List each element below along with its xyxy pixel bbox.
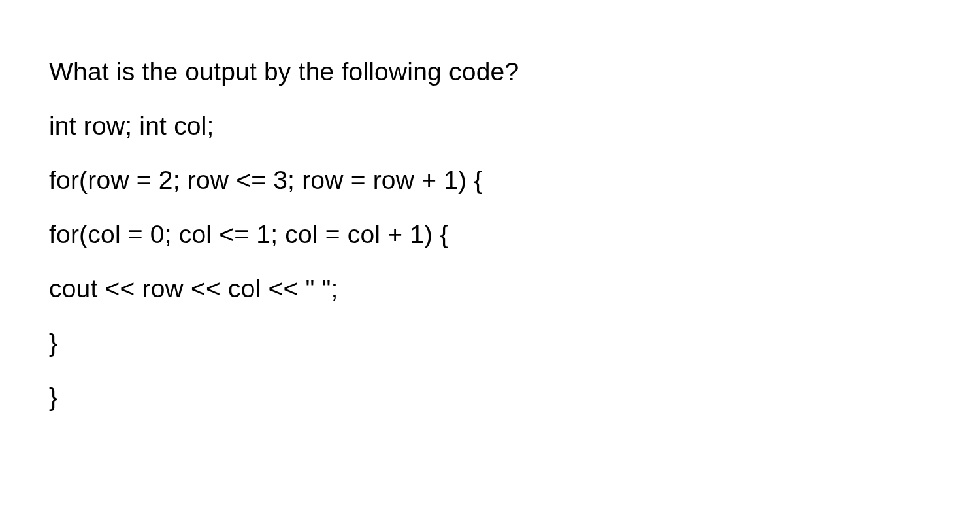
code-line: int row; int col;: [49, 113, 931, 139]
question-line: What is the output by the following code…: [49, 59, 931, 84]
code-line: for(col = 0; col <= 1; col = col + 1) {: [49, 221, 931, 247]
code-question-content: What is the output by the following code…: [0, 0, 980, 468]
code-line: cout << row << col << " ";: [49, 276, 931, 301]
code-line: }: [49, 384, 931, 410]
code-line: }: [49, 330, 931, 355]
code-line: for(row = 2; row <= 3; row = row + 1) {: [49, 167, 931, 193]
